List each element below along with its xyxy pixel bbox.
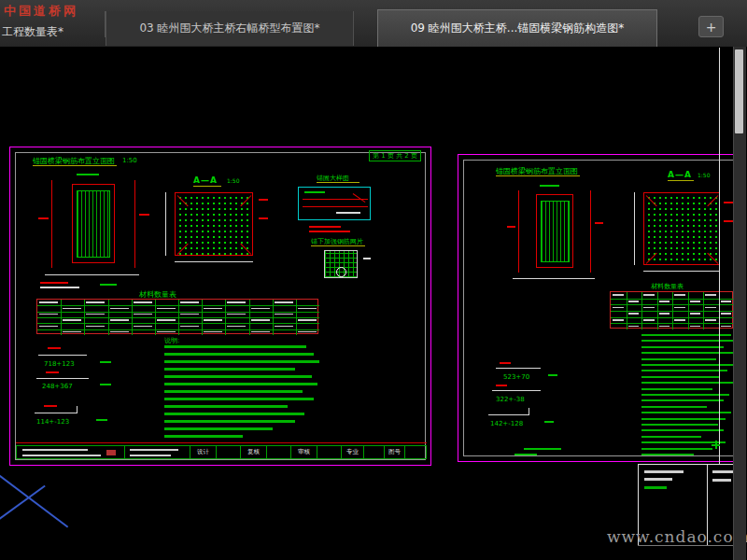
tab-bridge-layout[interactable]: 03 睦州围大桥主桥右幅桥型布置图*: [106, 11, 354, 46]
viewport-frame-line: [719, 47, 720, 464]
table-cell-text: [39, 314, 58, 315]
table-cell-text: [674, 319, 685, 321]
corner-diagonal: [707, 195, 718, 206]
table-cell-text: [643, 307, 655, 309]
org-logo: [106, 450, 116, 455]
text-line: [164, 435, 243, 438]
note-line: [524, 448, 561, 450]
table-cell-text: [227, 326, 246, 328]
title-underline: [33, 165, 117, 166]
table-cell-text: [643, 319, 655, 321]
vertical-scrollbar-thumb[interactable]: [735, 49, 743, 133]
table-cell-text: [690, 326, 701, 328]
notes-title: 说明:: [164, 336, 179, 345]
detail-line: [303, 199, 368, 200]
new-tab-button[interactable]: +: [698, 16, 724, 37]
table-cell-text: [721, 313, 732, 315]
table-gridline: [296, 300, 297, 335]
text-line: [641, 370, 727, 371]
table-gridline: [155, 300, 156, 335]
text-line: [641, 429, 724, 431]
label: [595, 222, 603, 224]
rebar-dim-label: 248+367: [42, 383, 73, 390]
rebar-callout: [724, 202, 733, 203]
detail-label: [304, 191, 325, 193]
table-gridline: [703, 292, 704, 329]
tab-project-quantity[interactable]: 工程数量表*: [2, 24, 63, 40]
rebar-shape: [38, 355, 87, 356]
table-cell-text: [204, 308, 222, 310]
table-cell-text: [251, 319, 270, 321]
text-line: [641, 376, 720, 378]
text-line: [641, 388, 712, 390]
table-cell-text: [157, 331, 176, 333]
titleblock-org-cell: [17, 446, 125, 458]
tab-anchor-beam-rebar[interactable]: 09 睦州围大桥主桥...锚固横梁钢筋构造图*: [377, 9, 657, 47]
rebar-dim-label: 718+123: [44, 360, 75, 368]
text-line: [164, 398, 314, 400]
plus-icon: +: [706, 20, 717, 35]
titleblock-empty: [405, 446, 426, 458]
text-line: [130, 455, 171, 456]
tick-mark: [715, 441, 717, 449]
dim-line: [513, 278, 594, 279]
section-drawing: [175, 192, 253, 256]
text-line: [644, 470, 684, 473]
table-cell-text: [180, 301, 199, 303]
table-cell-text: [86, 326, 105, 328]
table-cell-text: [134, 301, 152, 303]
text-line: [641, 406, 707, 408]
table-gridline: [641, 292, 642, 329]
rebar-dim-label: 322+-38: [496, 396, 525, 403]
text-line: [164, 390, 303, 393]
rebar-mark: [548, 374, 557, 376]
cad-drawing-canvas[interactable]: 锚固横梁钢筋布置立面图 1:50 第 1 页 共 2 页 A—A 1:50 锚固…: [0, 47, 747, 560]
table-cell-text: [63, 331, 81, 333]
text-line: [164, 420, 295, 423]
titleblock-label-sheetno: 图号: [385, 446, 405, 458]
corner-diagonal: [646, 195, 657, 206]
table-cell-text: [251, 331, 270, 333]
rebar-shape: [492, 390, 541, 391]
table-gridline: [672, 292, 673, 329]
table-cell-text: [275, 314, 293, 315]
text-line: [644, 486, 667, 489]
rebar-hook: [529, 408, 529, 415]
table-cell-text: [690, 301, 701, 302]
text-line: [641, 394, 729, 396]
table-cell-text: [39, 326, 58, 328]
titleblock-empty: [317, 446, 342, 458]
rebar-shape: [496, 368, 541, 369]
label: [540, 185, 559, 187]
text-line: [164, 427, 273, 430]
tab-label: 03 睦州围大桥主桥右幅桥型布置图*: [139, 21, 319, 36]
table-gridline: [688, 292, 689, 329]
table-cell-text: [705, 294, 716, 296]
text-line: [712, 479, 731, 482]
mesh-dim: [363, 258, 371, 259]
table-cell-text: [690, 313, 701, 315]
label: [507, 226, 515, 228]
section-title: A—A: [193, 175, 218, 185]
table-gridline: [61, 300, 62, 335]
section-underline: [668, 180, 694, 181]
construction-line: [0, 472, 68, 527]
table-cell-text: [63, 319, 81, 321]
text-line: [641, 448, 712, 450]
table-cell-text: [628, 326, 640, 328]
table-cell-text: [180, 314, 199, 315]
hatch-fill: [77, 190, 110, 258]
table-gridline: [249, 300, 250, 335]
corner-diagonal: [707, 253, 718, 264]
dimension-line: [165, 192, 166, 256]
label: [77, 174, 99, 175]
titleblock-empty: [267, 446, 291, 458]
text-line: [164, 413, 304, 415]
section-title: A—A: [668, 170, 692, 179]
rebar-note: [44, 405, 57, 407]
table-cell-text: [204, 319, 222, 321]
label: [139, 214, 149, 216]
construction-line: [0, 485, 46, 521]
corner-diagonal: [240, 244, 251, 255]
rebar-dim-label: 523+70: [503, 373, 529, 381]
